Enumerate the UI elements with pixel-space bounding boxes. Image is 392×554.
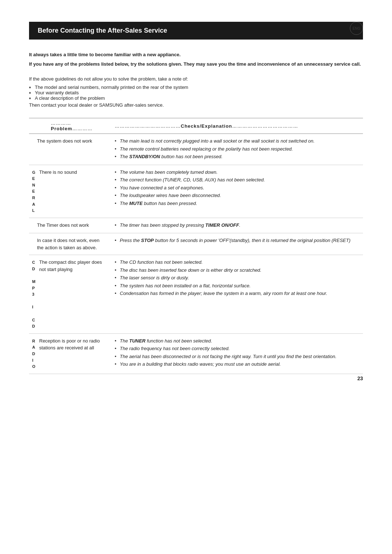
problem-cell-radio: RADIO Reception is poor or no radio stat…: [29, 333, 109, 374]
check-item: The disc has been inserted face down or …: [115, 267, 360, 274]
problem-text-system: The system does not work: [37, 138, 106, 145]
check-item: The aerial has been disconnected or is n…: [115, 353, 360, 360]
problem-text-nosound: There is no sound: [37, 169, 106, 176]
check-item: The MUTE button has been pressed.: [115, 200, 360, 207]
section-general-placeholder: [29, 138, 37, 144]
section-radio: RADIO: [29, 337, 37, 370]
problem-cell-system: The system does not work: [29, 134, 109, 165]
check-item: The volume has been completely turned do…: [115, 169, 360, 176]
checks-cell-cd: The CD function has not been selected. T…: [109, 255, 363, 334]
check-item: The remote control batteries need replac…: [115, 145, 360, 153]
check-item: The correct function (TUNER, CD, USB, AU…: [115, 176, 360, 184]
check-item: Condensation has formed in the player; l…: [115, 290, 360, 297]
checks-cell-nosound: The volume has been completely turned do…: [109, 165, 363, 218]
problem-cell-reset: In case it does not work, even the actio…: [29, 233, 109, 255]
col-problem-header: ………… Problem…………: [29, 118, 109, 134]
page-wrapper: Before Contacting the After-Sales Servic…: [0, 0, 392, 403]
checks-cell-system: The main lead is not correctly plugged i…: [109, 134, 363, 165]
check-item: The laser sensor is dirty or dusty.: [115, 274, 360, 282]
problem-text-radio: Reception is poor or no radio stations a…: [37, 337, 106, 352]
check-item: Press the STOP button for 5 seconds in p…: [115, 237, 360, 244]
check-item: You are in a building that blocks radio …: [115, 361, 360, 368]
table-row-cd: CDMP3ICD The compact disc player does no…: [29, 255, 363, 334]
intro-line1: It always takes a little time to become …: [29, 51, 363, 58]
eng-badge: ENG: [350, 22, 363, 35]
table-header: ………… Problem………… …………………………………Checks/Exp…: [29, 118, 363, 134]
checks-cell-timer: The timer has been stopped by pressing T…: [109, 218, 363, 233]
guideline-item-3: A clear description of the problem: [29, 95, 363, 101]
problem-cell-cd: CDMP3ICD The compact disc player does no…: [29, 255, 109, 334]
checks-cell-radio: The TUNER function has not been selected…: [109, 333, 363, 374]
check-item: The STANDBY/ON button has not been press…: [115, 153, 360, 160]
problem-cell-nosound: GENERAL There is no sound: [29, 165, 109, 218]
section-reset-placeholder: [29, 237, 37, 244]
check-item: The TUNER function has not been selected…: [115, 337, 360, 345]
problem-text-cd: The compact disc player does not start p…: [37, 259, 106, 273]
page-number: 23: [357, 376, 363, 381]
problem-text-timer: The Timer does not work: [37, 222, 106, 229]
check-item: The system has not been installed on a f…: [115, 282, 360, 290]
guideline-item-1: The model and serial numbers, normally p…: [29, 85, 363, 90]
check-item: The loudspeaker wires have been disconne…: [115, 192, 360, 199]
section-cd: CDMP3ICD: [29, 259, 37, 330]
table-row-radio: RADIO Reception is poor or no radio stat…: [29, 333, 363, 374]
section-timer-placeholder: [29, 222, 37, 229]
table-row-timer: The Timer does not work The timer has be…: [29, 218, 363, 233]
guideline-item-2: Your warranty details: [29, 90, 363, 95]
check-item: The main lead is not correctly plugged i…: [115, 138, 360, 145]
col-checks-header: …………………………………Checks/Explanation…………………………: [109, 118, 363, 134]
checks-cell-reset: Press the STOP button for 5 seconds in p…: [109, 233, 363, 255]
section-general: GENERAL: [29, 169, 37, 214]
guidelines-intro: If the above guidelines do not allow you…: [29, 75, 363, 83]
check-item: You have connected a set of earphones.: [115, 184, 360, 192]
contact-line: Then contact your local dealer or SAMSUN…: [29, 102, 363, 108]
check-item: The CD function has not been selected.: [115, 259, 360, 266]
problem-cell-timer: The Timer does not work: [29, 218, 109, 233]
table-row-system: The system does not work The main lead i…: [29, 134, 363, 165]
problem-text-reset: In case it does not work, even the actio…: [37, 237, 106, 251]
intro-line2: If you have any of the problems listed b…: [29, 61, 363, 68]
table-row-reset: In case it does not work, even the actio…: [29, 233, 363, 255]
check-item: The radio frequency has not been correct…: [115, 345, 360, 352]
troubleshoot-table: ………… Problem………… …………………………………Checks/Exp…: [29, 118, 363, 374]
page-title: Before Contacting the After-Sales Servic…: [29, 22, 363, 40]
check-item: The timer has been stopped by pressing T…: [115, 222, 360, 229]
table-row-nosound: GENERAL There is no sound The volume has…: [29, 165, 363, 218]
